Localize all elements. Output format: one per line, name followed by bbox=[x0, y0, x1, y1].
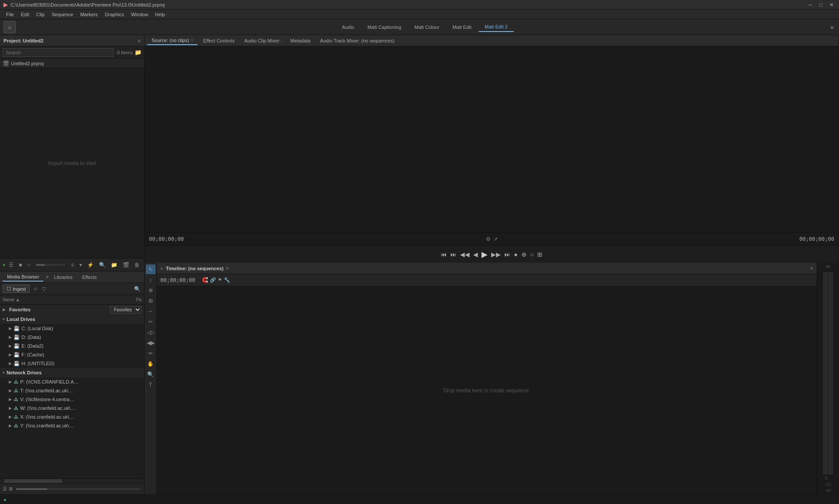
source-settings-btn[interactable]: ⚙ bbox=[486, 236, 491, 242]
menu-clip[interactable]: Clip bbox=[33, 10, 48, 19]
more-workspaces-button[interactable]: » bbox=[828, 22, 835, 32]
tool-razor[interactable]: ✂ bbox=[146, 317, 156, 327]
home-button[interactable]: ⌂ bbox=[4, 21, 16, 33]
ws-tab-captioning[interactable]: Matt Captioning bbox=[361, 23, 407, 32]
project-menu-icon[interactable]: ≡ bbox=[138, 38, 141, 43]
clear-button[interactable]: 🗑 bbox=[133, 261, 142, 269]
find-button[interactable]: 🔍 bbox=[97, 261, 107, 269]
tab-media-browser[interactable]: Media Browser bbox=[3, 273, 43, 282]
network-drives-header[interactable]: ▾ Network Drives bbox=[0, 368, 144, 377]
menu-edit[interactable]: Edit bbox=[18, 10, 33, 19]
tl-markers-btn[interactable]: ⚑ bbox=[218, 277, 222, 283]
drive-d[interactable]: ▶ 💾 D: (Data) bbox=[0, 333, 144, 342]
menu-file[interactable]: File bbox=[3, 10, 18, 19]
menu-sequence[interactable]: Sequence bbox=[48, 10, 77, 19]
horizontal-scrollbar[interactable] bbox=[0, 479, 144, 483]
tool-slide[interactable]: ◀▶ bbox=[146, 338, 156, 348]
tool-selection[interactable]: ↖ bbox=[146, 264, 156, 274]
tool-rate-stretch[interactable]: ↔ bbox=[146, 307, 156, 316]
project-file-row[interactable]: 🎬 Untitled2.prproj bbox=[0, 59, 144, 68]
col-name[interactable]: Name ▲ bbox=[3, 297, 136, 302]
tab-libraries[interactable]: Libraries bbox=[50, 273, 77, 281]
mb-tool-search[interactable]: 🔍 bbox=[133, 285, 142, 293]
automate-button[interactable]: ⚡ bbox=[85, 261, 96, 269]
maximize-button[interactable]: □ bbox=[818, 2, 824, 8]
drive-v[interactable]: ▶ 🖧 V: (\\lcfilestore-4.centra… bbox=[0, 395, 144, 404]
transport-step-fwd[interactable]: ⏭ bbox=[504, 251, 510, 258]
media-browser-menu-icon[interactable]: ≡ bbox=[46, 275, 49, 279]
tab-effects[interactable]: Effects bbox=[78, 273, 101, 281]
sort-menu-button[interactable]: ≡ bbox=[69, 261, 76, 269]
timeline-add-track-button[interactable]: + bbox=[810, 265, 813, 271]
tab-effect-controls[interactable]: Effect Controls bbox=[198, 37, 239, 45]
tab-audio-clip-mixer[interactable]: Audio Clip Mixer: bbox=[240, 37, 285, 45]
drive-t[interactable]: ▶ 🖧 T: (\\ns.cranfield.ac.uk\… bbox=[0, 386, 144, 395]
drive-f[interactable]: ▶ 💾 F: (Cache) bbox=[0, 350, 144, 359]
tool-hand[interactable]: ✋ bbox=[146, 359, 156, 369]
ws-tab-colour[interactable]: Matt Colour bbox=[408, 23, 446, 32]
tab-source[interactable]: Source: (no clips) ≡ bbox=[147, 36, 198, 45]
tab-audio-track-mixer[interactable]: Audio Track Mixer: (no sequences) bbox=[315, 37, 399, 45]
mb-tool-transform[interactable]: ⊹ bbox=[32, 285, 39, 293]
freeform-view-button[interactable]: ○ bbox=[25, 261, 32, 269]
mb-icon-view-button[interactable]: ⊞ bbox=[9, 486, 13, 492]
drive-y[interactable]: ▶ 🖧 Y: (\\ns.cranfield.ac.uk\… bbox=[0, 421, 144, 430]
timeline-close-icon[interactable]: × bbox=[160, 266, 163, 271]
minimize-button[interactable]: ─ bbox=[807, 2, 814, 8]
new-item-button[interactable]: 🎬 bbox=[121, 261, 131, 269]
drive-h[interactable]: ▶ 💾 H: (UNTITLED) bbox=[0, 359, 144, 368]
tl-snap-btn[interactable]: 🧲 bbox=[202, 277, 208, 283]
tl-wrench-btn[interactable]: 🔧 bbox=[224, 277, 230, 283]
sort-arrow-button[interactable]: ▾ bbox=[78, 261, 84, 269]
new-bin-button[interactable]: 📁 bbox=[109, 261, 119, 269]
favorites-dropdown[interactable]: Favorites bbox=[110, 306, 142, 314]
transport-play-fwd[interactable]: ▶▶ bbox=[491, 251, 501, 258]
drive-p[interactable]: ▶ 🖧 P: (\\CNS.CRANFIELD.A… bbox=[0, 377, 144, 386]
menu-window[interactable]: Window bbox=[127, 10, 152, 19]
tool-rolling[interactable]: ⊞ bbox=[146, 296, 156, 306]
transport-mark-in[interactable]: ⏮ bbox=[441, 251, 447, 258]
drive-x[interactable]: ▶ 🖧 X: (\\ns.cranfield.ac.uk\… bbox=[0, 412, 144, 421]
menu-markers[interactable]: Markers bbox=[77, 10, 101, 19]
menu-graphics[interactable]: Graphics bbox=[101, 10, 127, 19]
local-drives-header[interactable]: ▾ Local Drives bbox=[0, 314, 144, 324]
list-view-button[interactable]: ☰ bbox=[7, 261, 15, 269]
favorites-section-header[interactable]: ▶ Favorites Favorites bbox=[0, 305, 144, 314]
transport-step-back[interactable]: ◀◀ bbox=[460, 251, 470, 258]
mb-tool-filter[interactable]: ▽ bbox=[41, 285, 47, 293]
drive-w[interactable]: ▶ 🖧 W: (\\ns.cranfield.ac.uk\… bbox=[0, 404, 144, 412]
source-export-btn[interactable]: ↗ bbox=[493, 236, 498, 242]
ingest-checkbox[interactable]: ☐ bbox=[7, 286, 11, 292]
tool-text[interactable]: T bbox=[146, 380, 156, 390]
transport-overwrite[interactable]: ○ bbox=[530, 251, 534, 258]
ws-tab-edit[interactable]: Matt Edit bbox=[446, 23, 478, 32]
drive-e[interactable]: ▶ 💾 E: (Data2) bbox=[0, 342, 144, 350]
tool-zoom[interactable]: 🔍 bbox=[146, 370, 156, 379]
source-tab-close[interactable]: ≡ bbox=[191, 38, 194, 42]
mb-zoom-slider[interactable] bbox=[16, 488, 140, 490]
transport-record[interactable]: ● bbox=[514, 251, 517, 258]
tool-track-select[interactable]: ↕ bbox=[146, 275, 156, 285]
tool-ripple[interactable]: ⊕ bbox=[146, 285, 156, 295]
ws-tab-audio[interactable]: Audio bbox=[336, 23, 361, 32]
tab-metadata[interactable]: Metadata bbox=[286, 37, 315, 45]
transport-export[interactable]: ⊞ bbox=[537, 251, 542, 258]
new-folder-button[interactable]: 📁 bbox=[135, 49, 142, 56]
timeline-menu-icon[interactable]: ≡ bbox=[226, 266, 229, 271]
tool-slip[interactable]: ◁▷ bbox=[146, 328, 156, 337]
transport-mark-out[interactable]: ⏭ bbox=[450, 251, 457, 258]
project-search-input[interactable] bbox=[3, 48, 113, 57]
col-path[interactable]: Pa bbox=[136, 297, 142, 302]
icon-view-button[interactable]: ■ bbox=[17, 261, 24, 269]
transport-play-back[interactable]: ◀ bbox=[473, 251, 478, 258]
menu-help[interactable]: Help bbox=[152, 10, 169, 19]
transport-play[interactable]: ▶ bbox=[481, 250, 488, 259]
zoom-slider[interactable] bbox=[36, 264, 66, 266]
ingest-button[interactable]: ☐ Ingest bbox=[3, 285, 30, 293]
transport-insert[interactable]: ⊕ bbox=[521, 251, 527, 258]
tl-linked-btn[interactable]: 🔗 bbox=[210, 277, 216, 283]
close-button[interactable]: ✕ bbox=[828, 2, 835, 8]
mb-list-view-button[interactable]: ☰ bbox=[3, 486, 7, 492]
ws-tab-edit2[interactable]: Matt Edit 2 bbox=[478, 22, 514, 32]
tool-pen[interactable]: ✏ bbox=[146, 349, 156, 358]
